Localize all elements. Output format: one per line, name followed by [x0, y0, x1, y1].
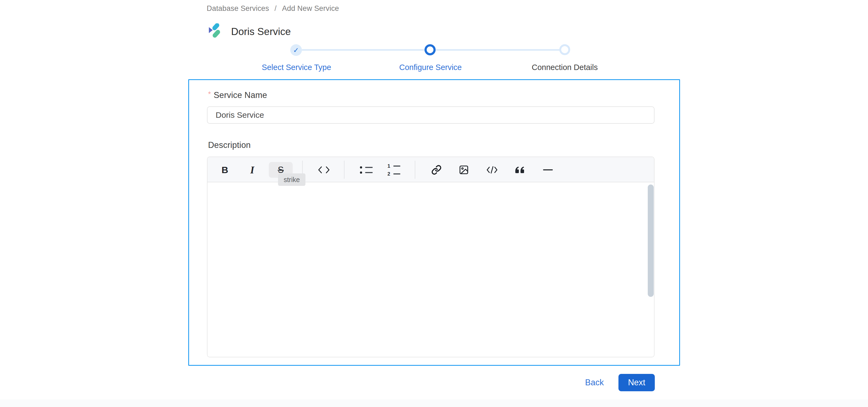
breadcrumb: Database Services / Add New Service: [207, 4, 339, 13]
italic-icon: I: [250, 164, 254, 176]
strike-tooltip-text: strike: [284, 176, 300, 184]
check-icon: ✓: [293, 47, 299, 54]
step-circle-configure-service[interactable]: [425, 44, 436, 55]
step-label-select-service-type[interactable]: Select Service Type: [262, 63, 331, 72]
toolbar-divider: [415, 161, 415, 179]
strike-tooltip: strike: [278, 174, 305, 186]
configure-service-form: *Service Name Description B I S: [188, 79, 680, 366]
bold-button[interactable]: B: [216, 161, 234, 178]
step-label-connection-details[interactable]: Connection Details: [532, 63, 597, 72]
italic-button[interactable]: I: [244, 161, 261, 178]
required-marker: *: [208, 90, 211, 98]
link-button[interactable]: [428, 161, 445, 178]
back-button[interactable]: Back: [585, 378, 604, 387]
step-circle-connection-details[interactable]: [559, 44, 570, 55]
code-block-icon: [486, 165, 498, 174]
breadcrumb-item-database-services[interactable]: Database Services: [207, 4, 269, 13]
footer-strip: [0, 399, 868, 407]
bullet-list-icon: [360, 166, 373, 174]
horizontal-rule-button[interactable]: [539, 161, 557, 178]
stepper-connector-2: [436, 49, 560, 51]
service-name-input[interactable]: [207, 106, 654, 124]
stepper-connector-1: [302, 49, 425, 51]
editor-scrollbar-thumb[interactable]: [648, 185, 654, 297]
step-label-configure-service[interactable]: Configure Service: [399, 63, 462, 72]
description-editor-content[interactable]: [208, 182, 654, 357]
image-button[interactable]: [455, 161, 472, 178]
image-icon: [459, 165, 469, 175]
ordered-list-icon: 1 2: [388, 164, 400, 176]
description-label-text: Description: [208, 140, 251, 150]
code-block-button[interactable]: [484, 161, 501, 178]
blockquote-button[interactable]: [511, 161, 529, 178]
bullet-list-button[interactable]: [358, 161, 375, 178]
description-editor: B I S: [207, 157, 654, 357]
breadcrumb-item-add-new-service: Add New Service: [282, 4, 339, 13]
next-button[interactable]: Next: [618, 374, 655, 391]
service-name-label: *Service Name: [208, 90, 267, 100]
service-name-label-text: Service Name: [214, 90, 267, 100]
horizontal-rule-icon: [543, 169, 553, 170]
description-label: Description: [208, 140, 251, 150]
link-icon: [431, 165, 442, 175]
breadcrumb-separator: /: [275, 4, 277, 13]
blockquote-icon: [515, 166, 525, 174]
inline-code-button[interactable]: [315, 161, 333, 178]
ordered-list-button[interactable]: 1 2: [385, 161, 403, 178]
toolbar-divider: [344, 161, 344, 179]
page-title: Doris Service: [231, 26, 291, 37]
editor-toolbar: B I S: [208, 157, 654, 182]
inline-code-icon: [317, 165, 330, 174]
bold-icon: B: [222, 165, 228, 175]
step-circle-select-service-type[interactable]: ✓: [290, 44, 302, 56]
doris-logo-icon: [208, 23, 221, 38]
